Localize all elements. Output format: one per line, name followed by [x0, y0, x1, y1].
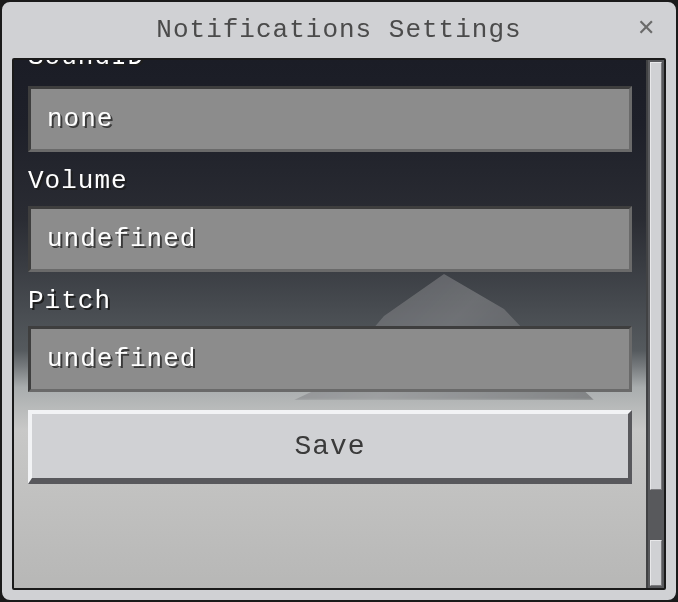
close-button[interactable]: ✕: [634, 16, 658, 40]
field-label-pitch: Pitch: [28, 286, 632, 316]
dialog-window: Notifications Settings ✕ SoundID none Vo…: [0, 0, 678, 602]
scroll-viewport: SoundID none Volume undefined Pitch unde…: [14, 60, 646, 588]
scroll-thumb[interactable]: [650, 62, 662, 490]
input-value: none: [47, 104, 113, 134]
scroll-thumb-lower[interactable]: [650, 540, 662, 586]
window-title: Notifications Settings: [156, 15, 521, 45]
soundid-input[interactable]: none: [28, 86, 632, 152]
content-area: SoundID none Volume undefined Pitch unde…: [12, 58, 666, 590]
input-value: undefined: [47, 344, 196, 374]
volume-input[interactable]: undefined: [28, 206, 632, 272]
save-button[interactable]: Save: [28, 410, 632, 484]
scrollbar[interactable]: [646, 60, 664, 588]
titlebar: Notifications Settings ✕: [2, 2, 676, 58]
settings-form: SoundID none Volume undefined Pitch unde…: [14, 60, 646, 588]
field-label-volume: Volume: [28, 166, 632, 196]
field-label-soundid: SoundID: [28, 60, 632, 76]
close-icon: ✕: [637, 15, 656, 41]
pitch-input[interactable]: undefined: [28, 326, 632, 392]
input-value: undefined: [47, 224, 196, 254]
save-button-label: Save: [294, 431, 365, 462]
